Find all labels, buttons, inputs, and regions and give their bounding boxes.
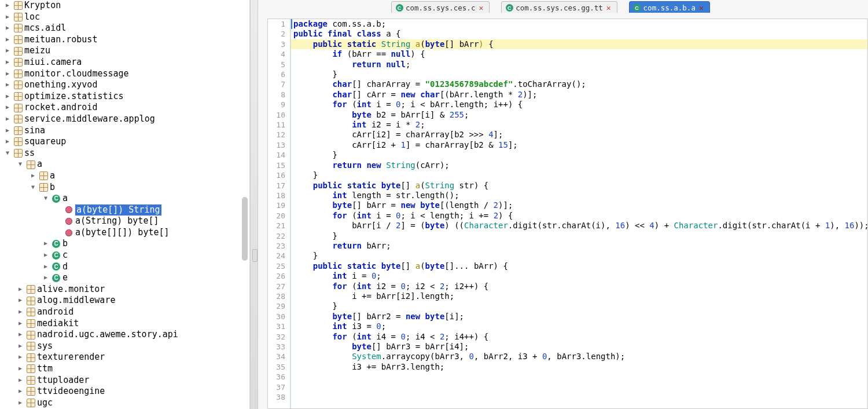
chevron-right-icon[interactable]: ▶ <box>42 238 50 249</box>
code-line[interactable]: for (int i4 = 0; i4 < 2; i4++) { <box>291 332 867 342</box>
code-editor[interactable]: 1234567891011121314151617181920212223242… <box>267 19 868 409</box>
close-icon[interactable]: ✕ <box>699 3 704 12</box>
tree-item[interactable]: ▶a(byte[][]) byte[] <box>1 227 249 239</box>
chevron-down-icon[interactable]: ▼ <box>29 181 37 193</box>
chevron-right-icon[interactable]: ▶ <box>16 283 24 295</box>
tree-item[interactable]: ▶Krypton <box>1 0 249 12</box>
tree-item[interactable]: ▶squareup <box>1 136 249 148</box>
code-line[interactable]: int i2 = i * 2; <box>291 120 867 130</box>
close-icon[interactable]: ✕ <box>606 3 611 12</box>
tree-item[interactable]: ▶monitor.cloudmessage <box>1 68 249 80</box>
code-line[interactable]: public static byte[] a(String str) { <box>291 181 867 191</box>
chevron-right-icon[interactable]: ▶ <box>42 249 50 261</box>
tree-item[interactable]: ▶optimize.statistics <box>1 91 249 103</box>
chevron-right-icon[interactable]: ▶ <box>3 68 12 79</box>
chevron-right-icon[interactable]: ▶ <box>3 22 12 34</box>
chevron-right-icon[interactable]: ▶ <box>16 306 24 317</box>
tree-item[interactable]: ▶texturerender <box>1 352 249 363</box>
chevron-right-icon[interactable]: ▶ <box>3 11 12 23</box>
splitter-handle[interactable] <box>250 0 258 409</box>
code-line[interactable]: } <box>291 70 867 79</box>
chevron-right-icon[interactable]: ▶ <box>16 328 24 340</box>
tree-item[interactable]: ▶meizu <box>1 45 249 57</box>
tree-item[interactable]: ▶mediakit <box>1 318 249 330</box>
code-line[interactable]: public final class a { <box>291 29 867 39</box>
chevron-right-icon[interactable]: ▶ <box>42 272 50 283</box>
tree-item[interactable]: ▶miui.camera <box>1 57 249 68</box>
chevron-right-icon[interactable]: ▶ <box>3 136 12 147</box>
code-line[interactable]: for (int i2 = 0; i2 < 2; i2++) { <box>291 282 867 291</box>
chevron-right-icon[interactable]: ▶ <box>3 101 12 113</box>
code-line[interactable]: package com.ss.a.b; <box>291 19 867 29</box>
code-line[interactable]: public static String a(byte[] bArr) { <box>291 39 867 49</box>
chevron-right-icon[interactable]: ▶ <box>3 113 12 125</box>
code-line[interactable]: } <box>291 251 867 261</box>
code-line[interactable]: for (int i = 0; i < bArr.length; i++) { <box>291 100 867 109</box>
tree-item[interactable]: ▶e <box>1 272 249 284</box>
chevron-right-icon[interactable]: ▶ <box>3 125 12 136</box>
chevron-right-icon[interactable]: ▶ <box>3 45 12 56</box>
code-line[interactable]: return null; <box>291 60 867 70</box>
editor-tab[interactable]: com.ss.a.b.a✕ <box>629 1 710 13</box>
chevron-down-icon[interactable]: ▼ <box>3 147 12 159</box>
code-line[interactable]: i += bArr[i2].length; <box>291 291 867 301</box>
tree-item[interactable]: ▶ttm <box>1 363 249 375</box>
tree-item[interactable]: ▶android <box>1 306 249 318</box>
tree-item[interactable]: ▶ugc <box>1 397 249 409</box>
tree-item[interactable]: ▶sina <box>1 125 249 137</box>
tree-item[interactable]: ▶onething.xyvod <box>1 79 249 91</box>
chevron-right-icon[interactable]: ▶ <box>3 79 12 90</box>
chevron-right-icon[interactable]: ▶ <box>16 374 24 386</box>
chevron-right-icon[interactable]: ▶ <box>16 351 24 363</box>
tree-item[interactable]: ▼a <box>1 159 249 170</box>
chevron-right-icon[interactable]: ▶ <box>16 340 24 352</box>
chevron-right-icon[interactable]: ▶ <box>29 170 37 181</box>
tree-item[interactable]: ▶ttvideoengine <box>1 386 249 397</box>
project-tree[interactable]: ▶Krypton▶loc▶mcs.aidl▶meituan.robust▶mei… <box>0 0 249 409</box>
tree-item[interactable]: ▶c <box>1 250 249 261</box>
code-line[interactable]: } <box>291 231 867 241</box>
chevron-right-icon[interactable]: ▶ <box>16 294 24 306</box>
tree-item[interactable]: ▶meituan.robust <box>1 34 249 46</box>
code-line[interactable]: byte[] bArr2 = new byte[i]; <box>291 312 867 322</box>
chevron-right-icon[interactable]: ▶ <box>16 363 24 374</box>
tree-item[interactable]: ▶a(String) byte[] <box>1 216 249 227</box>
chevron-right-icon[interactable]: ▶ <box>16 317 24 329</box>
code-line[interactable]: if (bArr == null) { <box>291 49 867 59</box>
tree-item[interactable]: ▶a(byte[]) String <box>1 204 249 216</box>
code-line[interactable]: bArr[i / 2] = (byte) ((Character.digit(s… <box>291 221 867 231</box>
code-line[interactable]: return new String(cArr); <box>291 160 867 170</box>
tree-item[interactable]: ▶alive.monitor <box>1 284 249 295</box>
code-line[interactable]: } <box>291 170 867 180</box>
code-line[interactable]: System.arraycopy(bArr3, 0, bArr2, i3 + 0… <box>291 352 867 361</box>
tree-item[interactable]: ▶ttuploader <box>1 375 249 386</box>
chevron-down-icon[interactable]: ▼ <box>42 192 50 204</box>
editor-tab[interactable]: com.ss.sys.ces.c✕ <box>391 1 490 13</box>
tree-item[interactable]: ▼b <box>1 182 249 193</box>
chevron-right-icon[interactable]: ▶ <box>3 90 12 102</box>
tree-item[interactable]: ▶a <box>1 170 249 182</box>
code-line[interactable]: return bArr; <box>291 241 867 251</box>
code-line[interactable]: for (int i = 0; i < length; i += 2) { <box>291 211 867 221</box>
tree-item[interactable]: ▶sys <box>1 341 249 352</box>
tree-item[interactable]: ▼a <box>1 193 249 204</box>
code-line[interactable]: i3 += bArr3.length; <box>291 362 867 372</box>
chevron-right-icon[interactable]: ▶ <box>16 385 24 397</box>
code-line[interactable]: cArr[i2] = charArray[b2 >>> 4]; <box>291 130 867 140</box>
close-icon[interactable]: ✕ <box>479 3 483 12</box>
editor-tab[interactable]: com.ss.sys.ces.gg.tt✕ <box>501 1 617 13</box>
code-line[interactable]: cArr[i2 + 1] = charArray[b2 & 15]; <box>291 140 867 150</box>
code-line[interactable]: char[] charArray = "0123456789abcdef".to… <box>291 79 867 89</box>
tree-item[interactable]: ▶service.middleware.applog <box>1 114 249 125</box>
tree-item[interactable]: ▼ss <box>1 148 249 159</box>
chevron-right-icon[interactable]: ▶ <box>3 56 12 68</box>
code-line[interactable]: } <box>291 150 867 160</box>
code-line[interactable]: public static byte[] a(byte[]... bArr) { <box>291 261 867 271</box>
code-line[interactable]: int i3 = 0; <box>291 322 867 331</box>
chevron-down-icon[interactable]: ▼ <box>16 158 24 170</box>
code-line[interactable]: byte[] bArr3 = bArr[i4]; <box>291 342 867 352</box>
code-line[interactable]: int i = 0; <box>291 271 867 281</box>
chevron-right-icon[interactable]: ▶ <box>42 261 50 272</box>
tree-item[interactable]: ▶nadroid.ugc.aweme.story.api <box>1 329 249 341</box>
code-line[interactable]: int length = str.length(); <box>291 191 867 200</box>
